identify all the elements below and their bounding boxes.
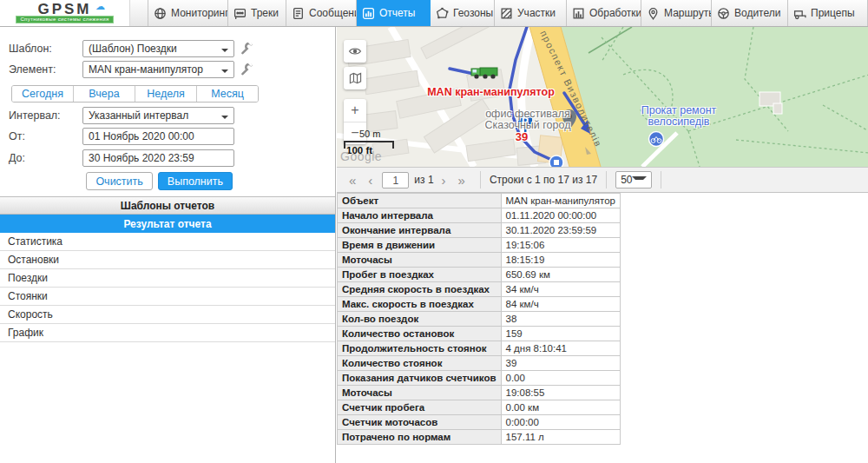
row-label: Продолжительность стоянок — [338, 341, 502, 356]
page-count-label: из 1 — [414, 174, 433, 186]
tab-monitoring[interactable]: Мониторинг — [148, 0, 228, 26]
map-layers-button[interactable] — [344, 67, 366, 89]
templates-section-header[interactable]: Шаблоны отчетов — [0, 196, 335, 215]
office-poi-line2: Сказочный город — [464, 120, 592, 131]
row-value: 19:08:55 — [501, 386, 620, 400]
row-label: Моточасы — [338, 386, 502, 400]
row-value: 0.00 — [501, 371, 620, 386]
element-label: Элемент: — [9, 63, 56, 76]
report-list-item[interactable]: Скорость — [0, 306, 335, 324]
row-value: 157.11 л — [501, 430, 620, 445]
report-list-item[interactable]: Остановки — [0, 251, 335, 269]
tab-reports[interactable]: Отчеты — [357, 0, 431, 26]
report-table-body: ОбъектMAN кран-манипуляторНачало интерва… — [338, 194, 621, 445]
bike-rental-marker-icon[interactable] — [649, 132, 664, 147]
vehicle-map-label: MAN кран-манипулятор — [419, 87, 562, 98]
tab-tracks[interactable]: Треки — [228, 0, 286, 26]
template-select-value: (Шаблон) Поездки — [89, 43, 221, 55]
table-row[interactable]: Счетчик пробега0.00 км — [338, 400, 621, 415]
table-row[interactable]: Макс. скорость в поездках84 км/ч — [338, 297, 621, 312]
row-value: 19:15:06 — [501, 238, 620, 253]
table-row[interactable]: Пробег в поездках650.69 км — [338, 268, 621, 282]
table-pagination-bar: « ‹ 1 из 1 › » Строки с 1 по 17 из 17 50 — [337, 167, 868, 193]
period-button-month[interactable]: Месяц — [197, 86, 258, 102]
separator — [480, 171, 481, 189]
table-row[interactable]: Начало интервала01.11.2020 00:00:00 — [338, 208, 621, 223]
template-select[interactable]: (Шаблон) Поездки — [82, 40, 234, 57]
table-row[interactable]: Продолжительность стоянок4 дня 8:10:41 — [338, 341, 621, 356]
report-list-item[interactable]: Поездки — [0, 269, 335, 288]
report-list-item[interactable]: Стоянки — [0, 288, 335, 306]
interval-select[interactable]: Указанный интервал — [82, 107, 234, 124]
row-value: 159 — [501, 327, 620, 341]
table-row[interactable]: Показания датчиков счетчиков0.00 — [338, 371, 621, 386]
tab-geofences[interactable]: Геозоны — [431, 0, 495, 26]
row-label: Начало интервала — [338, 208, 502, 223]
table-row[interactable]: Время в движении19:15:06 — [338, 238, 621, 253]
period-button-yesterday[interactable]: Вчера — [74, 86, 135, 102]
tab-label: Геозоны — [453, 7, 493, 19]
tab-routes[interactable]: Маршруты — [641, 0, 712, 26]
table-row[interactable]: Количество стоянок39 — [338, 356, 621, 371]
trailers-icon — [793, 7, 806, 20]
tab-label: Водители — [734, 7, 780, 19]
table-row[interactable]: ОбъектMAN кран-манипулятор — [338, 194, 621, 208]
zoom-in-button[interactable]: + — [344, 99, 366, 122]
prev-page-button[interactable]: ‹ — [362, 173, 378, 188]
table-row[interactable]: Счетчик моточасов0:00:00 — [338, 415, 621, 430]
vehicle-marker-icon[interactable] — [471, 68, 497, 79]
last-page-button[interactable]: » — [452, 173, 471, 188]
period-button-week[interactable]: Неделя — [135, 86, 197, 102]
table-row[interactable]: Кол-во поездок38 — [338, 312, 621, 327]
first-page-button[interactable]: « — [343, 173, 362, 188]
to-date-input[interactable] — [82, 149, 234, 167]
table-row[interactable]: Окончание интервала30.11.2020 23:59:59 — [338, 223, 621, 238]
tab-label: Сообщения — [309, 7, 357, 19]
table-row[interactable]: Моточасы18:15:19 — [338, 253, 621, 268]
clear-button[interactable]: Очистить — [86, 172, 152, 190]
template-settings-wrench-icon[interactable] — [240, 41, 253, 55]
result-section-header[interactable]: Результат отчета — [0, 215, 335, 233]
eye-icon — [348, 44, 362, 58]
report-list-item[interactable]: Статистика — [0, 233, 335, 251]
row-label: Количество стоянок — [338, 356, 502, 371]
row-label: Средняя скорость в поездках — [338, 282, 502, 297]
row-value: 01.11.2020 00:00:00 — [501, 208, 620, 223]
period-button-today[interactable]: Сегодня — [12, 86, 74, 102]
tab-drivers[interactable]: Водители — [712, 0, 788, 26]
tab-messages[interactable]: Сообщения — [286, 0, 357, 26]
tab-areas[interactable]: Участки — [495, 0, 567, 26]
row-label: Потрачено по нормам — [338, 430, 502, 445]
row-value: 30.11.2020 23:59:59 — [501, 223, 620, 238]
logo-subtitle: Спутниковые системы слежения — [16, 16, 113, 23]
tab-trailers[interactable]: Прицепы — [788, 0, 868, 26]
page-size-value: 50 — [621, 174, 632, 186]
from-date-input[interactable] — [82, 128, 234, 145]
report-list-item[interactable]: График — [0, 324, 335, 342]
table-row[interactable]: Моточасы19:08:55 — [338, 386, 621, 400]
processing-icon — [572, 7, 585, 20]
chevron-down-icon — [632, 176, 647, 183]
map-canvas[interactable]: P MAN кран-манипулятор офис — [337, 27, 868, 167]
row-value: 0:00:00 — [501, 415, 620, 430]
row-label: Объект — [338, 194, 502, 208]
row-label: Окончание интервала — [338, 223, 502, 238]
template-label: Шаблон: — [9, 43, 52, 55]
page-size-select[interactable]: 50 — [615, 171, 652, 189]
row-value: 34 км/ч — [501, 282, 620, 297]
tab-processing[interactable]: Обработки — [567, 0, 641, 26]
areas-icon — [500, 7, 513, 20]
page-number-input[interactable]: 1 — [382, 172, 409, 189]
table-row[interactable]: Потрачено по нормам157.11 л — [338, 430, 621, 445]
element-settings-wrench-icon[interactable] — [240, 62, 253, 76]
table-row[interactable]: Количество остановок159 — [338, 327, 621, 341]
next-page-button[interactable]: › — [436, 173, 452, 188]
parking-number-label: 39 — [509, 131, 535, 142]
table-row[interactable]: Средняя скорость в поездках34 км/ч — [338, 282, 621, 297]
execute-button[interactable]: Выполнить — [158, 172, 233, 190]
map-visibility-button[interactable] — [344, 40, 366, 63]
element-select[interactable]: MAN кран-манипулятор — [82, 61, 234, 78]
geofence-icon — [436, 7, 449, 20]
from-label: От: — [9, 130, 25, 142]
row-label: Счетчик пробега — [338, 400, 502, 415]
